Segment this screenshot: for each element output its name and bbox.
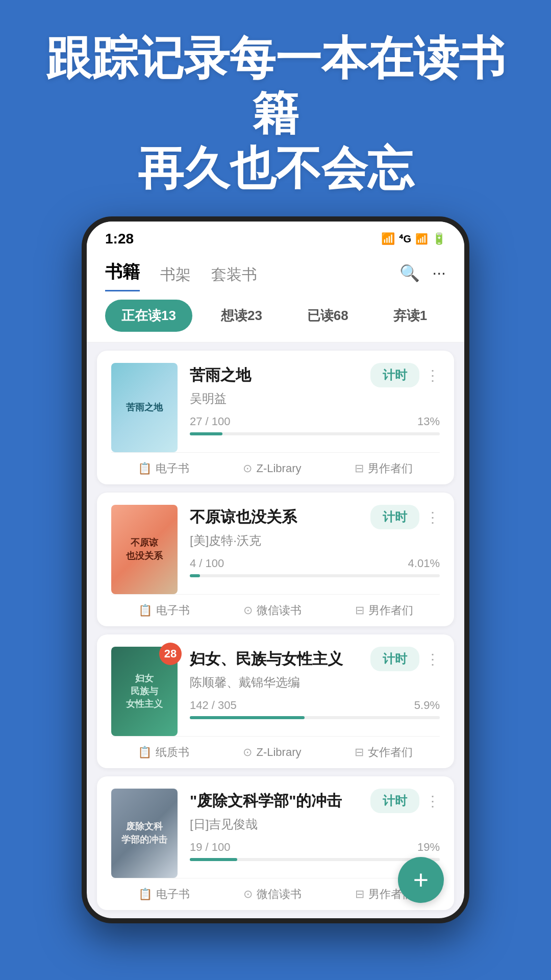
book-progress-pct-2: 4.01% — [408, 557, 440, 570]
book-source-icon-3: ⊙ — [243, 746, 252, 759]
book-progress-row-3: 142 / 305 5.9% — [190, 699, 440, 712]
battery-icon: 🔋 — [432, 232, 446, 246]
book-progress-pct-4: 19% — [417, 841, 440, 854]
book-shelf-icon-2: ⊟ — [355, 604, 364, 617]
book-main-1: 苦雨之地 苦雨之地 计时 ⋮ 吴明益 — [111, 363, 440, 452]
filter-abandon[interactable]: 弃读1 — [377, 300, 443, 332]
phone-frame: 1:28 📶 ⁴G 📶 🔋 书籍 书架 套装书 🔍 ··· 正在读13 想读 — [82, 216, 469, 923]
book-progress-bar-wrap-4 — [190, 858, 440, 861]
book-source-label-3: Z-Library — [256, 746, 301, 759]
book-type-icon-1: 📋 — [138, 462, 152, 475]
book-info-3: 妇女、民族与女性主义 计时 ⋮ 陈顺馨、戴锦华选编 142 / 305 5.9% — [190, 647, 440, 727]
book-cover-4: 废除文科学部的冲击 — [111, 789, 178, 878]
book-progress-text-1: 27 / 100 — [190, 415, 231, 428]
book-meta-type-1: 📋 电子书 — [138, 461, 189, 476]
book-actions-3: 计时 ⋮ — [370, 647, 440, 671]
book-title-3: 妇女、民族与女性主义 — [190, 649, 370, 670]
book-card-3: 妇女民族与女性主义 28 妇女、民族与女性主义 计时 ⋮ 陈顺馨、戴锦华选编 — [97, 634, 454, 768]
book-source-label-4: 微信读书 — [257, 887, 302, 902]
timer-btn-4[interactable]: 计时 — [370, 789, 419, 813]
nav-bar: 书籍 书架 套装书 🔍 ··· — [87, 252, 464, 291]
status-icons: 📶 ⁴G 📶 🔋 — [381, 232, 446, 246]
book-progress-pct-3: 5.9% — [414, 699, 440, 712]
book-shelf-icon-3: ⊟ — [355, 746, 364, 759]
book-meta-type-3: 📋 纸质书 — [138, 745, 189, 760]
book-cover-wrap-2: 不原谅也没关系 — [111, 505, 178, 594]
book-progress-bar-wrap-1 — [190, 432, 440, 435]
more-btn-3[interactable]: ⋮ — [425, 651, 440, 668]
book-shelf-label-1: 男作者们 — [368, 461, 413, 476]
book-main-2: 不原谅也没关系 不原谅也没关系 计时 ⋮ [美]皮特·沃克 — [111, 505, 440, 594]
more-btn-4[interactable]: ⋮ — [425, 793, 440, 810]
more-btn-1[interactable]: ⋮ — [425, 367, 440, 384]
book-title-4: "废除文科学部"的冲击 — [190, 791, 370, 812]
book-progress-text-4: 19 / 100 — [190, 841, 231, 854]
book-cover-1: 苦雨之地 — [111, 363, 178, 452]
fab-add-button[interactable]: + — [398, 857, 444, 903]
book-shelf-label-2: 男作者们 — [368, 603, 413, 618]
book-type-icon-3: 📋 — [138, 746, 152, 759]
book-type-label-4: 电子书 — [156, 887, 190, 902]
book-type-label-1: 电子书 — [156, 461, 189, 476]
book-progress-bar-wrap-3 — [190, 716, 440, 719]
book-progress-bar-4 — [190, 858, 237, 861]
book-meta-source-3: ⊙ Z-Library — [243, 746, 301, 759]
book-meta-3: 📋 纸质书 ⊙ Z-Library ⊟ 女作者们 — [111, 736, 440, 768]
book-author-4: [日]吉见俊哉 — [190, 816, 440, 832]
book-header-2: 不原谅也没关系 计时 ⋮ — [190, 505, 440, 529]
status-bar: 1:28 📶 ⁴G 📶 🔋 — [87, 222, 464, 252]
book-type-icon-4: 📋 — [138, 888, 152, 901]
book-card-2: 不原谅也没关系 不原谅也没关系 计时 ⋮ [美]皮特·沃克 — [97, 493, 454, 626]
book-progress-row-4: 19 / 100 19% — [190, 841, 440, 854]
book-actions-4: 计时 ⋮ — [370, 789, 440, 813]
book-shelf-label-3: 女作者们 — [368, 745, 413, 760]
book-main-4: 废除文科学部的冲击 "废除文科学部"的冲击 计时 ⋮ [日]吉见俊哉 — [111, 789, 440, 878]
nav-tab-books[interactable]: 书籍 — [105, 260, 140, 291]
nav-tab-shelf[interactable]: 书架 — [160, 264, 191, 291]
book-meta-1: 📋 电子书 ⊙ Z-Library ⊟ 男作者们 — [111, 452, 440, 484]
book-author-3: 陈顺馨、戴锦华选编 — [190, 674, 440, 691]
book-author-1: 吴明益 — [190, 390, 440, 407]
timer-btn-3[interactable]: 计时 — [370, 647, 419, 671]
nav-actions: 🔍 ··· — [399, 263, 446, 289]
search-icon[interactable]: 🔍 — [399, 263, 420, 283]
book-title-1: 苦雨之地 — [190, 365, 370, 386]
filter-read[interactable]: 已读68 — [291, 300, 365, 332]
book-type-icon-2: 📋 — [138, 604, 152, 617]
book-meta-shelf-2: ⊟ 男作者们 — [355, 603, 413, 618]
book-list: 苦雨之地 苦雨之地 计时 ⋮ 吴明益 — [87, 342, 464, 918]
filter-reading[interactable]: 正在读13 — [105, 300, 192, 332]
book-header-4: "废除文科学部"的冲击 计时 ⋮ — [190, 789, 440, 813]
hero-section: 跟踪记录每一本在读书籍 再久也不会忘 — [0, 0, 551, 216]
book-progress-bar-3 — [190, 716, 305, 719]
phone-mockup: 1:28 📶 ⁴G 📶 🔋 书籍 书架 套装书 🔍 ··· 正在读13 想读 — [0, 216, 551, 923]
hero-title: 跟踪记录每一本在读书籍 再久也不会忘 — [31, 31, 520, 196]
book-info-4: "废除文科学部"的冲击 计时 ⋮ [日]吉见俊哉 19 / 100 19% — [190, 789, 440, 869]
book-source-icon-4: ⊙ — [243, 888, 253, 901]
timer-btn-2[interactable]: 计时 — [370, 505, 419, 529]
nav-tabs: 书籍 书架 套装书 — [105, 260, 257, 291]
book-progress-row-2: 4 / 100 4.01% — [190, 557, 440, 570]
book-actions-2: 计时 ⋮ — [370, 505, 440, 529]
book-progress-bar-1 — [190, 432, 222, 435]
book-progress-text-2: 4 / 100 — [190, 557, 224, 570]
book-author-2: [美]皮特·沃克 — [190, 532, 440, 549]
book-header-1: 苦雨之地 计时 ⋮ — [190, 363, 440, 387]
book-source-icon-2: ⊙ — [243, 604, 253, 617]
wifi-icon: 📶 — [381, 232, 395, 246]
filter-want[interactable]: 想读23 — [205, 300, 279, 332]
book-type-label-3: 纸质书 — [156, 745, 189, 760]
more-btn-2[interactable]: ⋮ — [425, 509, 440, 526]
status-time: 1:28 — [105, 231, 134, 247]
nav-tab-sets[interactable]: 套装书 — [211, 264, 257, 291]
timer-btn-1[interactable]: 计时 — [370, 363, 419, 387]
book-meta-4: 📋 电子书 ⊙ 微信读书 ⊟ 男作者们 — [111, 878, 440, 910]
book-progress-bar-2 — [190, 574, 200, 577]
book-main-3: 妇女民族与女性主义 28 妇女、民族与女性主义 计时 ⋮ 陈顺馨、戴锦华选编 — [111, 647, 440, 736]
book-meta-shelf-1: ⊟ 男作者们 — [355, 461, 413, 476]
more-icon[interactable]: ··· — [432, 263, 446, 282]
book-type-label-2: 电子书 — [156, 603, 190, 618]
book-card-1: 苦雨之地 苦雨之地 计时 ⋮ 吴明益 — [97, 351, 454, 484]
book-cover-wrap-3: 妇女民族与女性主义 28 — [111, 647, 178, 736]
book-progress-pct-1: 13% — [417, 415, 440, 428]
